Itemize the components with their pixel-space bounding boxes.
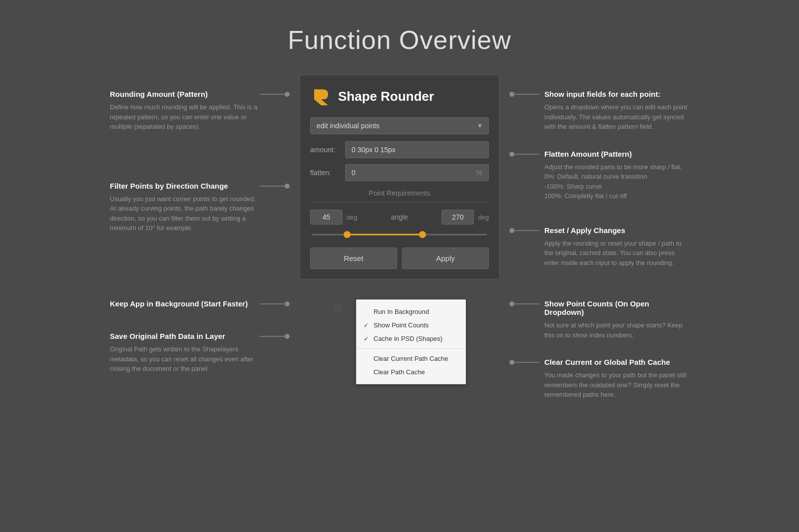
connector-save-path: [260, 332, 290, 339]
amount-row: amount:: [310, 141, 489, 158]
connector-reset-apply: [509, 226, 539, 233]
filter-points-body: Usually you just want corner points to g…: [110, 194, 260, 233]
cache-psd-check: ✓: [364, 335, 371, 342]
menu-item-cache-psd[interactable]: ✓ Cache in PSD (Shapes): [357, 332, 465, 345]
angle-left-input[interactable]: [310, 210, 343, 225]
clear-path-cache-label: Clear Path Cache: [374, 368, 425, 376]
angle-center-label: angle: [362, 213, 438, 221]
connector-background: [260, 299, 290, 306]
menu-item-clear-current-cache[interactable]: Clear Current Path Cache: [357, 352, 465, 365]
point-counts-title: Show Point Counts (On Open Dropdown): [544, 299, 689, 316]
bottom-center: Run In Background ✓ Show Point Counts ✓ …: [300, 299, 499, 384]
dropdown-menu: Run In Background ✓ Show Point Counts ✓ …: [356, 299, 466, 384]
connector-point-counts: [509, 299, 539, 306]
reset-apply-body: Apply the rounding or reset your shape /…: [544, 239, 689, 268]
save-path-title: Save Original Path Data in Layer: [110, 332, 260, 340]
left-section-save-path: Save Original Path Data in Layer Origina…: [110, 332, 290, 374]
slider-thumb-left[interactable]: [344, 231, 351, 238]
rounding-amount-title: Rounding Amount (Pattern): [110, 90, 260, 98]
main-layout: Rounding Amount (Pattern) Define how muc…: [0, 75, 799, 289]
show-point-label: Show Point Counts: [374, 321, 429, 329]
clear-cache-title: Clear Current or Global Path Cache: [544, 358, 689, 366]
dashed-divider: [310, 202, 489, 203]
connector-flatten: [509, 150, 539, 157]
clear-current-cache-label: Clear Current Path Cache: [374, 355, 448, 362]
left-section-filter: Filter Points by Direction Change Usuall…: [110, 182, 290, 233]
angle-row: deg angle deg: [310, 210, 489, 225]
angle-section: Point Requirements deg angle deg: [310, 189, 489, 240]
right-panel: Show input fields for each point: Opens …: [499, 75, 689, 285]
slider-thumb-right[interactable]: [419, 231, 426, 238]
flatten-body: Adjust the rounded parts to be more shar…: [544, 162, 689, 201]
angle-left-unit: deg: [347, 214, 358, 221]
plugin-header: Shape Rounder: [310, 85, 489, 107]
show-point-check: ✓: [364, 322, 371, 329]
left-section-rounding: Rounding Amount (Pattern) Define how muc…: [110, 90, 290, 132]
bottom-section: Keep App in Background (Start Faster) Sa…: [0, 299, 799, 418]
rounding-amount-body: Define how much rounding will be applied…: [110, 102, 260, 132]
flatten-input-wrapper: %: [345, 164, 489, 181]
menu-item-clear-path-cache[interactable]: Clear Path Cache: [357, 365, 465, 379]
run-background-check: [364, 308, 371, 315]
apply-button[interactable]: Apply: [402, 248, 489, 269]
point-requirements-title: Point Requirements: [310, 189, 489, 197]
connector-input-fields: [509, 90, 539, 97]
connector-filter: [260, 182, 290, 189]
right-section-flatten: Flatten Amount (Pattern) Adjust the roun…: [509, 150, 689, 201]
background-title: Keep App in Background (Start Faster): [110, 299, 260, 308]
right-section-point-counts: Show Point Counts (On Open Dropdown) Not…: [509, 299, 689, 340]
right-section-input-fields: Show input fields for each point: Opens …: [509, 90, 689, 132]
right-section-reset-apply: Reset / Apply Changes Apply the rounding…: [509, 226, 689, 268]
bottom-left: Keep App in Background (Start Faster) Sa…: [110, 299, 300, 394]
center-panel: Shape Rounder edit individual points ▼ a…: [300, 75, 499, 289]
connector-rounding: [260, 90, 290, 97]
menu-divider: [357, 348, 465, 349]
left-panel: Rounding Amount (Pattern) Define how muc…: [110, 75, 300, 253]
amount-input[interactable]: [345, 141, 489, 158]
right-section-clear-cache: Clear Current or Global Path Cache You m…: [509, 358, 689, 400]
cache-psd-label: Cache in PSD (Shapes): [374, 335, 442, 342]
angle-slider[interactable]: [312, 230, 487, 240]
point-counts-body: Not sure at which point your shape start…: [544, 320, 689, 340]
menu-item-run-background[interactable]: Run In Background: [357, 305, 465, 318]
edit-points-dropdown[interactable]: edit individual points: [310, 117, 489, 134]
slider-fill: [347, 234, 422, 236]
page-title: Function Overview: [0, 0, 799, 75]
plugin-logo: [310, 85, 332, 107]
angle-right-input[interactable]: [441, 210, 474, 225]
amount-label: amount:: [310, 146, 340, 154]
input-fields-title: Show input fields for each point:: [544, 90, 689, 98]
menu-item-show-point-counts[interactable]: ✓ Show Point Counts: [357, 318, 465, 332]
flatten-label: flatten:: [310, 169, 340, 177]
clear-cache-body: You made changes to your path but the pa…: [544, 370, 689, 400]
flatten-row: flatten: %: [310, 164, 489, 181]
flatten-unit: %: [476, 169, 482, 177]
angle-right-unit: deg: [478, 214, 489, 221]
plugin-panel: Shape Rounder edit individual points ▼ a…: [300, 75, 499, 279]
reset-apply-title: Reset / Apply Changes: [544, 226, 689, 235]
flatten-input[interactable]: [352, 169, 456, 177]
input-fields-body: Opens a dropdown where you can edit each…: [544, 102, 689, 132]
button-row: Reset Apply: [310, 248, 489, 269]
connector-clear-cache: [509, 358, 539, 365]
plugin-title: Shape Rounder: [338, 89, 434, 104]
reset-button[interactable]: Reset: [310, 248, 397, 269]
hamburger-menu-icon[interactable]: [333, 304, 341, 310]
run-background-label: Run In Background: [374, 308, 429, 315]
flatten-title: Flatten Amount (Pattern): [544, 150, 689, 158]
dropdown-row: edit individual points ▼: [310, 117, 489, 134]
filter-points-title: Filter Points by Direction Change: [110, 182, 260, 190]
save-path-body: Original Path gets written to the Shapel…: [110, 344, 260, 374]
bottom-right: Show Point Counts (On Open Dropdown) Not…: [499, 299, 689, 418]
left-section-background: Keep App in Background (Start Faster): [110, 299, 290, 312]
